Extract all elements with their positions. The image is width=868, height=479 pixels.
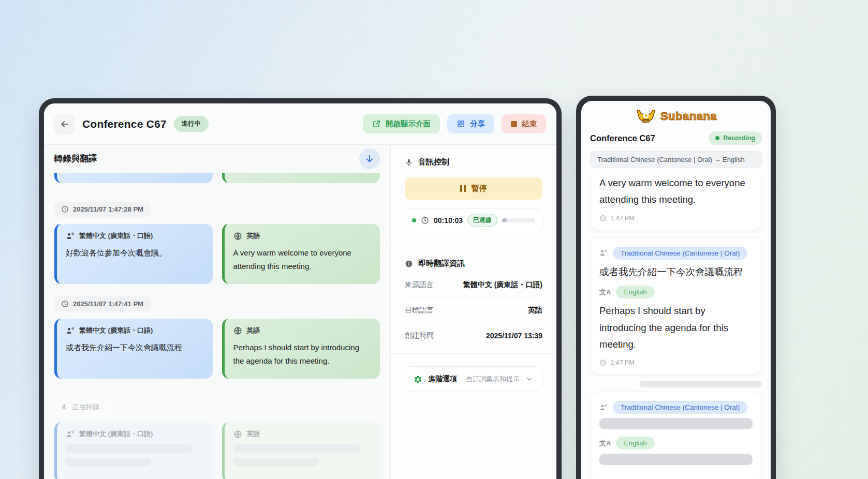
timestamp-text: 2025/11/07 1:47:41 PM <box>73 300 143 308</box>
message-time: 1:47 PM <box>610 359 635 366</box>
transcript-panel: 轉錄與翻譯 2025/11/07 1:47:28 PM <box>44 145 391 479</box>
speaker-icon <box>599 403 608 412</box>
elapsed-time: 00:10:03 <box>434 216 463 224</box>
info-label: 創建時間 <box>405 331 434 340</box>
stop-icon <box>511 121 517 127</box>
skeleton-bar <box>599 454 753 465</box>
external-link-icon <box>372 119 381 128</box>
skeleton-bar <box>233 458 319 466</box>
share-button[interactable]: 分享 <box>447 114 494 133</box>
skeleton-bar <box>233 444 360 453</box>
connected-badge: 已連線 <box>467 214 497 227</box>
open-display-label: 開啟顯示介面 <box>386 119 431 129</box>
arrow-down-icon <box>364 154 375 164</box>
audio-control-title: 音訊控制 <box>418 157 449 167</box>
info-value: 2025/11/07 13:39 <box>486 332 542 340</box>
advanced-options-toggle[interactable]: 進階選項 自訂詞彙表和提示 <box>405 366 542 392</box>
message-card: Traditional Chinese (Cantonese | Oral) 或… <box>590 237 762 375</box>
listening-label: 正在聆聽... <box>72 402 105 412</box>
source-text: 或者我先介紹一下今次會議嘅流程 <box>66 341 204 354</box>
pause-button[interactable]: 暫停 <box>405 177 542 200</box>
mobile-message-list[interactable]: A very warm welcome to everyone attendin… <box>590 173 762 479</box>
info-icon <box>405 260 413 268</box>
clipped-target-card <box>222 173 380 183</box>
banana-boat-icon: 字幕蕉 <box>635 108 657 125</box>
end-button[interactable]: 結束 <box>502 114 546 133</box>
back-arrow-icon <box>60 119 70 129</box>
info-value: 英語 <box>528 306 542 315</box>
scroll-to-bottom-button[interactable] <box>359 148 380 169</box>
target-text: Perhaps I should start by introducing th… <box>599 303 753 353</box>
info-row-target-language: 目標語言 英語 <box>405 298 542 323</box>
skeleton-bar <box>66 444 193 453</box>
pending-target-card: 英語 <box>222 422 380 479</box>
source-language-pill: Traditional Chinese (Cantonese | Oral) <box>613 247 747 260</box>
source-message-card: 繁體中文 (廣東話・口語) 好歡迎各位參加今次嘅會議。 <box>54 224 213 284</box>
brand-name: Subanana <box>660 110 717 123</box>
pause-icon <box>460 185 466 192</box>
message-text: A very warm welcome to everyone attendin… <box>599 175 753 208</box>
back-button[interactable] <box>54 114 75 134</box>
source-message-card: 繁體中文 (廣東話・口語) 或者我先介紹一下今次會議嘅流程 <box>54 319 213 379</box>
clipped-source-card <box>54 173 213 183</box>
pending-source-card: 繁體中文 (廣東話・口語) <box>54 422 213 479</box>
source-language-pill: Traditional Chinese (Cantonese | Oral) <box>613 401 747 414</box>
target-lang-label: 英語 <box>247 326 260 335</box>
advanced-options-title: 進階選項 <box>428 375 457 384</box>
target-text: A very warm welcome to everyone attendin… <box>233 246 372 273</box>
recording-label: Recording <box>723 134 755 142</box>
live-dot-icon <box>412 218 416 222</box>
translate-icon: 文A <box>599 439 611 448</box>
divider <box>391 246 556 246</box>
clock-icon <box>61 205 69 213</box>
conference-title: Conference C67 <box>82 118 167 130</box>
connection-status-row: 00:10:03 已連線 <box>405 208 542 232</box>
speaker-icon <box>66 232 75 241</box>
info-row-source-language: 來源語言 繁體中文 (廣東話・口語) <box>405 273 542 298</box>
translation-info-title: 即時翻譯資訊 <box>418 259 465 268</box>
svg-text:字幕蕉: 字幕蕉 <box>643 120 650 123</box>
target-language-pill: English <box>616 437 654 450</box>
status-badge: 進行中 <box>174 116 209 132</box>
target-lang-label: 英語 <box>247 231 260 241</box>
source-lang-label: 繁體中文 (廣東話・口語) <box>79 326 153 335</box>
transcript-scroll-area[interactable]: 2025/11/07 1:47:28 PM 繁體中文 (廣東話・口語) 好歡迎各… <box>44 173 390 479</box>
recording-dot-icon <box>715 136 719 140</box>
info-value: 繁體中文 (廣東話・口語) <box>463 280 542 290</box>
open-display-button[interactable]: 開啟顯示介面 <box>363 114 440 133</box>
brand-logo: 字幕蕉 Subanana <box>590 108 762 125</box>
language-pair-bar: Traditional Chinese (Cantonese | Oral) →… <box>590 151 762 168</box>
gear-icon <box>414 375 422 384</box>
recording-badge: Recording <box>709 131 762 145</box>
pause-label: 暫停 <box>472 184 487 193</box>
source-text: 好歡迎各位參加今次嘅會議。 <box>66 246 204 260</box>
qr-code-icon <box>457 119 465 128</box>
skeleton-bar <box>599 418 753 429</box>
pending-target-lang: 英語 <box>247 429 260 439</box>
transcript-section-title: 轉錄與翻譯 <box>54 153 97 164</box>
divider <box>391 353 556 354</box>
target-message-card: 英語 Perhaps I should start by introducing… <box>222 319 380 379</box>
target-message-card: 英語 A very warm welcome to everyone atten… <box>222 224 380 284</box>
clock-icon <box>599 359 607 366</box>
audio-level-bar <box>502 218 535 222</box>
clock-icon <box>599 215 607 222</box>
share-label: 分享 <box>470 119 485 129</box>
microphone-icon <box>61 403 68 411</box>
clock-icon <box>61 300 69 308</box>
desktop-window: Conference C67 進行中 開啟顯示介面 分享 結束 轉錄與翻譯 <box>39 98 562 479</box>
message-time: 1:47 PM <box>610 215 635 222</box>
pending-source-lang: 繁體中文 (廣東話・口語) <box>79 429 153 439</box>
microphone-icon <box>405 158 413 167</box>
speaker-icon <box>66 430 75 439</box>
source-lang-label: 繁體中文 (廣東話・口語) <box>79 231 153 241</box>
info-row-created-time: 創建時間 2025/11/07 13:39 <box>405 323 542 348</box>
timestamp-text: 2025/11/07 1:47:28 PM <box>73 205 143 213</box>
timestamp-pill: 2025/11/07 1:47:41 PM <box>54 296 150 311</box>
speaker-icon <box>599 249 608 257</box>
mobile-conference-title: Conference C67 <box>590 133 655 143</box>
clock-icon <box>421 216 429 224</box>
skeleton-bar <box>640 381 762 387</box>
translate-icon: 文A <box>599 288 611 297</box>
end-label: 結束 <box>522 119 537 129</box>
